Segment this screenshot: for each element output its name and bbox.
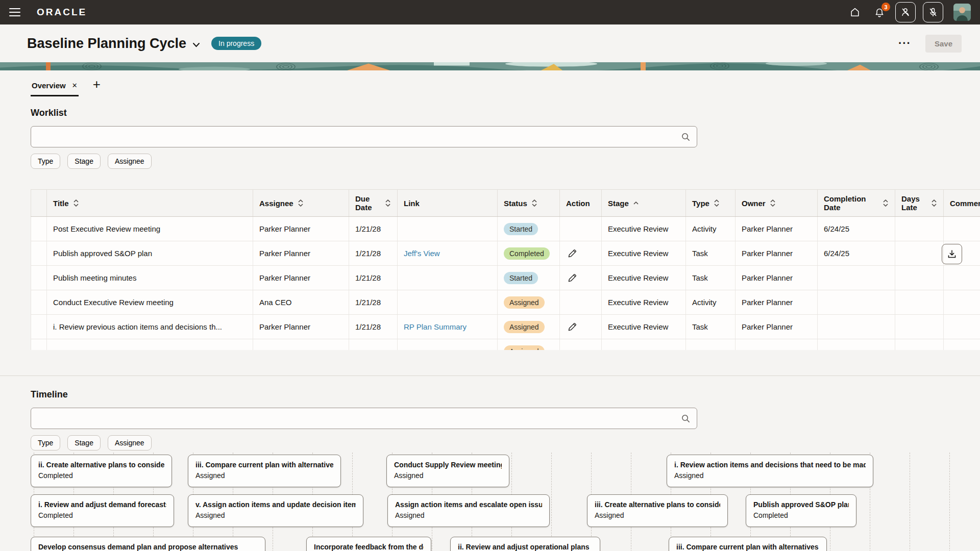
column-header-owner[interactable]: Owner	[736, 190, 818, 216]
hamburger-menu-icon[interactable]	[9, 8, 20, 16]
timeline-card-status: Completed	[753, 510, 849, 521]
sort-icon[interactable]	[883, 199, 889, 207]
table-row-partial[interactable]: Assigned	[31, 339, 980, 350]
column-header-type[interactable]: Type	[686, 190, 736, 216]
timeline-card-status: Completed	[38, 510, 166, 521]
sort-icon[interactable]	[385, 199, 391, 207]
worklist-search[interactable]	[31, 126, 697, 147]
row-link[interactable]: Jeff's View	[404, 249, 440, 258]
column-label: Stage	[608, 199, 629, 208]
cell-status: Assigned	[498, 315, 560, 339]
cell-stage: Executive Review	[602, 241, 686, 265]
timeline-card[interactable]: iii. Compare current plan with alternati…	[188, 455, 341, 487]
filter-chip-stage[interactable]: Stage	[67, 435, 101, 450]
timeline-card[interactable]: i. Review and adjust demand forecastsCom…	[31, 494, 174, 527]
timeline-card[interactable]: Incorporate feedback from the demand pla…	[306, 537, 431, 551]
status-badge-assigned: Assigned	[504, 321, 545, 333]
column-header-title[interactable]: Title	[47, 190, 253, 216]
timeline-card[interactable]: Conduct Supply Review meetingAssigned	[386, 455, 509, 487]
cell-stage: Executive Review	[602, 266, 686, 290]
row-handle-cell	[31, 266, 47, 290]
timeline-search-input[interactable]	[37, 408, 681, 429]
column-header-assignee[interactable]: Assignee	[253, 190, 349, 216]
timeline-card[interactable]: i. Review action items and decisions tha…	[667, 455, 873, 487]
sort-icon[interactable]	[73, 199, 79, 207]
column-header-status[interactable]: Status	[498, 190, 560, 216]
cell-title: i. Review previous action items and deci…	[47, 315, 253, 339]
timeline-card[interactable]: Develop consensus demand plan and propos…	[31, 537, 265, 551]
filter-chip-assignee[interactable]: Assignee	[108, 435, 152, 450]
mic-slash-icon[interactable]	[923, 2, 943, 22]
cell-type: Task	[686, 241, 736, 265]
filter-chip-type[interactable]: Type	[31, 154, 60, 169]
sort-icon[interactable]	[714, 199, 720, 207]
sort-icon[interactable]	[931, 199, 937, 207]
cell-stage	[602, 339, 686, 350]
timeline-card[interactable]: iii. Compare current plan with alternati…	[669, 537, 827, 551]
save-button[interactable]: Save	[925, 35, 962, 53]
sort-icon[interactable]	[298, 199, 304, 207]
column-header-row-handle	[31, 190, 47, 216]
search-icon	[681, 414, 691, 423]
column-header-stage[interactable]: Stage	[602, 190, 686, 216]
add-tab-button[interactable]: +	[93, 77, 101, 96]
cell-comments	[944, 217, 980, 241]
timeline-card[interactable]: ii. Review and adjust operational plans	[450, 537, 600, 551]
row-handle-cell	[31, 290, 47, 314]
more-actions-button[interactable]: ···	[897, 39, 912, 48]
cell-link: RP Plan Summary	[398, 315, 498, 339]
timeline-card[interactable]: v. Assign action items and update decisi…	[188, 494, 363, 527]
timeline-card-title: iii. Create alternative plans to conside…	[595, 499, 720, 510]
cell-type: Task	[686, 266, 736, 290]
column-header-completion-date[interactable]: Completion Date	[818, 190, 895, 216]
tab-overview-label: Overview	[32, 81, 66, 90]
worklist-search-input[interactable]	[37, 127, 681, 147]
edit-pencil-icon	[567, 248, 577, 259]
cell-completion-date: 6/24/25	[818, 241, 895, 265]
table-row[interactable]: Conduct Executive Review meetingAna CEO1…	[31, 290, 980, 315]
timeline-heading: Timeline	[31, 389, 980, 400]
row-link[interactable]: RP Plan Summary	[404, 322, 467, 331]
column-header-days-late[interactable]: Days Late	[895, 190, 944, 216]
tab-overview[interactable]: Overview ✕	[31, 78, 79, 96]
edit-button[interactable]	[566, 321, 578, 333]
timeline-card[interactable]: iii. Create alternative plans to conside…	[587, 494, 728, 527]
column-label: Due Date	[355, 194, 381, 212]
timeline-card-title: Incorporate feedback from the demand pla…	[314, 542, 424, 551]
timeline-card[interactable]: ii. Create alternative plans to consider…	[31, 455, 172, 487]
table-row[interactable]: Publish meeting minutesParker Planner1/2…	[31, 266, 980, 290]
edit-button[interactable]	[566, 247, 578, 260]
tab-close-icon[interactable]: ✕	[72, 82, 78, 89]
cell-assignee: Parker Planner	[253, 315, 349, 339]
timeline-gridline	[910, 453, 910, 551]
cell-completion-date	[818, 290, 895, 314]
timeline-search[interactable]	[31, 408, 697, 429]
user-slash-icon[interactable]	[895, 2, 916, 22]
filter-chip-type[interactable]: Type	[31, 435, 60, 450]
cell-due-date: 1/21/28	[349, 241, 398, 265]
sort-icon[interactable]	[531, 199, 537, 207]
home-icon[interactable]	[846, 4, 864, 21]
notifications-bell-icon[interactable]: 3	[871, 4, 888, 21]
cell-owner: Parker Planner	[736, 217, 818, 241]
column-header-due-date[interactable]: Due Date	[349, 190, 398, 216]
cell-status: Started	[498, 266, 560, 290]
sort-ascending-icon[interactable]	[633, 199, 639, 207]
column-label: Days Late	[901, 194, 927, 212]
edit-button[interactable]	[566, 272, 578, 284]
timeline-card-title: Develop consensus demand plan and propos…	[38, 542, 258, 551]
table-row[interactable]: Post Executive Review meetingParker Plan…	[31, 217, 980, 241]
table-row[interactable]: i. Review previous action items and deci…	[31, 315, 980, 339]
download-button[interactable]	[942, 244, 962, 264]
cell-due-date: 1/21/28	[349, 217, 398, 241]
sort-icon[interactable]	[770, 199, 776, 207]
table-row[interactable]: Publish approved S&OP planParker Planner…	[31, 241, 980, 266]
filter-chip-assignee[interactable]: Assignee	[108, 154, 152, 169]
timeline-card[interactable]: Assign action items and escalate open is…	[387, 494, 550, 527]
cell-comments	[944, 266, 980, 290]
filter-chip-stage[interactable]: Stage	[67, 154, 101, 169]
user-avatar[interactable]	[953, 4, 971, 21]
column-label: Assignee	[259, 199, 293, 208]
timeline-card[interactable]: Publish approved S&OP planCompleted	[746, 494, 856, 527]
chevron-down-icon[interactable]	[192, 42, 200, 47]
